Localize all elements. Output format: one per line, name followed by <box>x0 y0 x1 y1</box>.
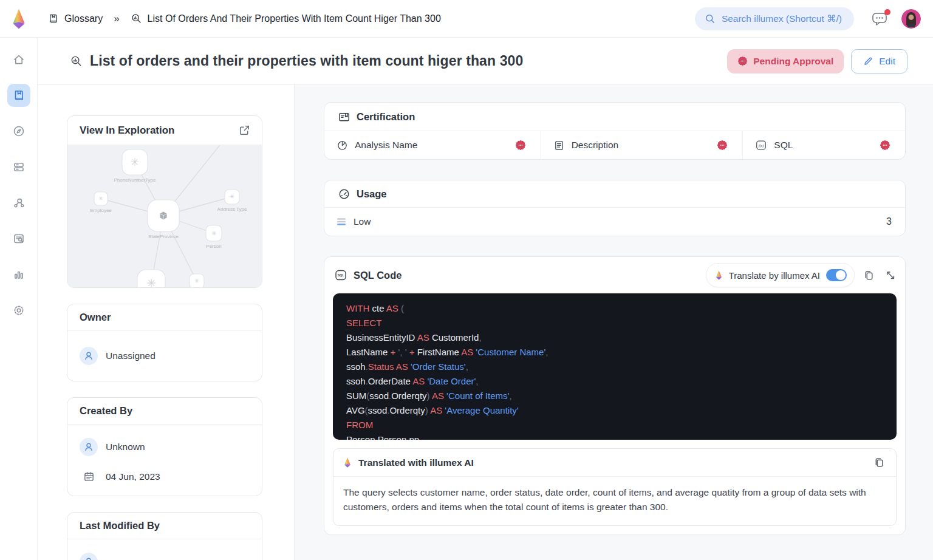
breadcrumb-separator: » <box>114 13 119 25</box>
pencil-icon <box>863 56 873 66</box>
detail-sidebar: View In Exploration ✳PhoneNumberType✳Emp… <box>38 85 295 560</box>
status-badge-label: Pending Approval <box>753 56 833 67</box>
translation-text: The query selects customer name, order s… <box>333 477 896 525</box>
created-by-date: 04 Jun, 2023 <box>106 471 160 482</box>
illumex-logo[interactable] <box>0 7 38 31</box>
usage-title: Usage <box>357 188 387 200</box>
user-icon <box>80 438 98 456</box>
user-avatar[interactable] <box>901 9 921 29</box>
owner-value: Unassigned <box>106 350 156 361</box>
main-content: Certification Analysis Name Descriptio <box>295 85 933 560</box>
illumex-mini-logo <box>343 457 352 468</box>
sidebar-item-explore[interactable] <box>7 120 30 143</box>
exploration-graph-preview[interactable]: ✳PhoneNumberType✳Employee✳Address TypeSt… <box>67 145 262 287</box>
sidebar-item-home[interactable] <box>7 48 30 71</box>
translate-toggle[interactable] <box>826 269 847 281</box>
user-icon <box>80 347 98 365</box>
last-modified-by-card: Last Modified By <box>67 512 262 560</box>
certification-card: Certification Analysis Name Descriptio <box>324 102 906 160</box>
rosette-badge-icon <box>717 140 728 151</box>
owner-card: Owner Unassigned <box>67 304 262 381</box>
created-by-user: Unknown <box>106 442 145 452</box>
svg-text:f(x): f(x) <box>759 144 764 148</box>
external-link-icon[interactable] <box>238 124 251 137</box>
created-by-card: Created By Unknown 04 Jun, 2023 <box>67 397 262 496</box>
owner-card-title: Owner <box>80 312 111 323</box>
rosette-badge-icon <box>880 140 890 151</box>
sidebar-item-sources[interactable] <box>7 155 30 179</box>
certification-item-label: Description <box>572 140 619 151</box>
usage-count: 3 <box>886 216 892 227</box>
certification-item-label: Analysis Name <box>355 140 417 151</box>
usage-card: Usage Low 3 <box>324 180 906 236</box>
page-header: List of orders and their properties with… <box>38 38 933 85</box>
sidebar-rail <box>0 38 38 560</box>
exploration-graph-svg: ✳PhoneNumberType✳Employee✳Address TypeSt… <box>67 145 262 287</box>
rosette-icon <box>737 56 748 66</box>
search-placeholder: Search illumex (Shortcut ⌘/) <box>722 13 842 24</box>
gauge-icon <box>338 188 350 200</box>
page-title: List of orders and their properties with… <box>90 53 523 69</box>
sidebar-item-settings[interactable] <box>7 299 30 322</box>
svg-text:✳: ✳ <box>146 277 156 287</box>
book-icon <box>47 13 59 24</box>
edit-button-label: Edit <box>879 56 895 67</box>
svg-text:✳: ✳ <box>211 230 216 237</box>
calendar-icon <box>80 471 98 482</box>
copy-icon[interactable] <box>873 456 886 469</box>
svg-text:✳: ✳ <box>98 196 103 202</box>
sql-code-title: SQL Code <box>354 270 402 281</box>
copy-icon[interactable] <box>863 269 876 282</box>
usage-level: Low <box>354 216 371 227</box>
expand-icon[interactable] <box>884 269 897 281</box>
chat-button[interactable] <box>871 11 888 27</box>
certification-item-label: SQL <box>774 140 793 151</box>
sidebar-item-catalog[interactable] <box>7 227 30 250</box>
analysis-magnifier-icon <box>131 13 142 24</box>
svg-text:✳: ✳ <box>194 278 199 284</box>
certification-icon <box>338 111 350 123</box>
usage-row: Low 3 <box>324 208 905 236</box>
created-by-card-title: Created By <box>80 405 132 417</box>
sidebar-item-people-network[interactable] <box>7 191 30 214</box>
fx-icon: f(x) <box>755 139 767 151</box>
sidebar-item-analytics[interactable] <box>7 263 30 286</box>
sidebar-item-glossary[interactable] <box>7 84 30 107</box>
pie-chart-icon <box>337 140 348 151</box>
certification-description[interactable]: Description <box>541 131 743 159</box>
svg-text:✳: ✳ <box>230 193 234 200</box>
notification-dot <box>884 9 890 15</box>
breadcrumb-current-item: List Of Orders And Their Properties With… <box>131 13 441 24</box>
svg-text:SQL: SQL <box>337 273 344 277</box>
svg-text:StateProvince: StateProvince <box>148 234 179 239</box>
search-icon <box>705 13 716 24</box>
svg-text:Address Type: Address Type <box>217 207 247 212</box>
document-icon <box>553 140 565 151</box>
translation-box: Translated with illumex AI The query sel… <box>333 448 897 526</box>
svg-text:Person: Person <box>206 244 221 249</box>
svg-text:Employee: Employee <box>90 208 112 213</box>
breadcrumb-glossary[interactable]: Glossary <box>47 13 103 24</box>
sql-code-block: WITH cte AS (SELECTBusinessEntityID AS C… <box>333 293 897 440</box>
sql-code-card: SQL SQL Code Translate by illumex AI <box>324 256 906 535</box>
illumex-mini-logo <box>715 270 723 281</box>
rosette-badge-icon <box>515 140 526 151</box>
usage-level-bars-icon <box>337 217 346 227</box>
svg-text:✳: ✳ <box>131 156 140 168</box>
translate-toggle-pill: Translate by illumex AI <box>706 263 855 287</box>
analysis-magnifier-icon <box>70 55 83 67</box>
sql-icon: SQL <box>334 268 347 282</box>
user-icon <box>80 553 98 560</box>
top-bar: Glossary » List Of Orders And Their Prop… <box>0 0 933 38</box>
svg-text:PhoneNumberType: PhoneNumberType <box>114 177 156 183</box>
certification-title: Certification <box>357 111 415 123</box>
view-in-exploration-card: View In Exploration ✳PhoneNumberType✳Emp… <box>67 115 262 288</box>
certification-sql[interactable]: f(x) SQL <box>742 131 905 159</box>
certification-analysis-name[interactable]: Analysis Name <box>324 131 541 159</box>
edit-button[interactable]: Edit <box>851 49 907 73</box>
last-modified-card-title: Last Modified By <box>80 520 160 531</box>
translate-label: Translate by illumex AI <box>729 270 820 281</box>
pending-approval-badge[interactable]: Pending Approval <box>727 49 844 73</box>
breadcrumb-current-label: List Of Orders And Their Properties With… <box>148 13 441 24</box>
search-input[interactable]: Search illumex (Shortcut ⌘/) <box>695 7 854 30</box>
